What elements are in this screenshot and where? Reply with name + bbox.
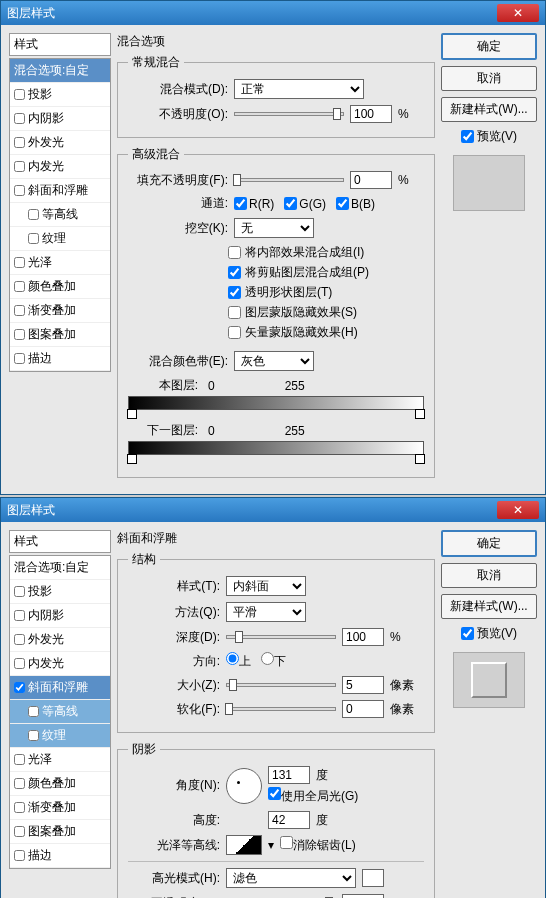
sidebar-item-blend-options[interactable]: 混合选项:自定: [10, 59, 110, 83]
gloss-contour[interactable]: [226, 835, 262, 855]
sidebar-item-contour[interactable]: 等高线: [10, 700, 110, 724]
close-icon[interactable]: ✕: [497, 501, 539, 519]
checkbox[interactable]: [14, 113, 25, 124]
sidebar-item-pattern-overlay[interactable]: 图案叠加: [10, 820, 110, 844]
highlight-opacity-input[interactable]: [342, 894, 384, 898]
sidebar-item-drop-shadow[interactable]: 投影: [10, 580, 110, 604]
checkbox[interactable]: [28, 209, 39, 220]
sidebar-item-outer-glow[interactable]: 外发光: [10, 131, 110, 155]
sidebar-item-outer-glow[interactable]: 外发光: [10, 628, 110, 652]
sidebar-item-pattern-overlay[interactable]: 图案叠加: [10, 323, 110, 347]
checkbox[interactable]: [14, 586, 25, 597]
checkbox[interactable]: [14, 161, 25, 172]
sidebar-item-inner-glow[interactable]: 内发光: [10, 652, 110, 676]
knockout-select[interactable]: 无: [234, 218, 314, 238]
check-layer-mask[interactable]: 图层蒙版隐藏效果(S): [228, 304, 424, 321]
sidebar-item-stroke[interactable]: 描边: [10, 844, 110, 868]
preview-checkbox[interactable]: 预览(V): [441, 625, 537, 642]
sidebar-item-color-overlay[interactable]: 颜色叠加: [10, 772, 110, 796]
checkbox[interactable]: [14, 185, 25, 196]
fill-input[interactable]: [350, 171, 392, 189]
sidebar-item-inner-shadow[interactable]: 内阴影: [10, 107, 110, 131]
checkbox[interactable]: [14, 89, 25, 100]
ok-button[interactable]: 确定: [441, 33, 537, 60]
channel-g[interactable]: G(G): [284, 197, 326, 211]
depth-label: 深度(D):: [128, 629, 220, 646]
check-vector-mask[interactable]: 矢量蒙版隐藏效果(H): [228, 324, 424, 341]
new-style-button[interactable]: 新建样式(W)...: [441, 594, 537, 619]
fill-slider[interactable]: [234, 178, 344, 182]
preview-checkbox[interactable]: 预览(V): [441, 128, 537, 145]
checkbox[interactable]: [14, 778, 25, 789]
checkbox[interactable]: [14, 802, 25, 813]
cancel-button[interactable]: 取消: [441, 563, 537, 588]
opacity-slider[interactable]: [234, 112, 344, 116]
highlight-mode-select[interactable]: 滤色: [226, 868, 356, 888]
chevron-down-icon[interactable]: ▾: [268, 838, 274, 852]
channel-r[interactable]: R(R): [234, 197, 274, 211]
titlebar[interactable]: 图层样式 ✕: [1, 498, 545, 522]
sidebar-item-stroke[interactable]: 描边: [10, 347, 110, 371]
checkbox[interactable]: [14, 137, 25, 148]
altitude-input[interactable]: [268, 811, 310, 829]
sidebar-item-gradient-overlay[interactable]: 渐变叠加: [10, 299, 110, 323]
checkbox[interactable]: [28, 706, 39, 717]
soften-slider[interactable]: [226, 707, 336, 711]
checkbox[interactable]: [14, 658, 25, 669]
size-input[interactable]: [342, 676, 384, 694]
opacity-input[interactable]: [350, 105, 392, 123]
checkbox[interactable]: [14, 329, 25, 340]
sidebar-item-blend-options[interactable]: 混合选项:自定: [10, 556, 110, 580]
sidebar-item-bevel[interactable]: 斜面和浮雕: [10, 179, 110, 203]
angle-wheel[interactable]: [226, 768, 262, 804]
check-inner-effects[interactable]: 将内部效果混合成组(I): [228, 244, 424, 261]
sidebar-item-drop-shadow[interactable]: 投影: [10, 83, 110, 107]
direction-down[interactable]: 下: [261, 652, 286, 670]
checkbox[interactable]: [14, 610, 25, 621]
ok-button[interactable]: 确定: [441, 530, 537, 557]
under-layer-gradient[interactable]: [128, 441, 424, 455]
titlebar[interactable]: 图层样式 ✕: [1, 1, 545, 25]
highlight-color[interactable]: [362, 869, 384, 887]
channel-b[interactable]: B(B): [336, 197, 375, 211]
checkbox[interactable]: [14, 826, 25, 837]
checkbox[interactable]: [14, 353, 25, 364]
checkbox[interactable]: [14, 682, 25, 693]
sidebar-item-gradient-overlay[interactable]: 渐变叠加: [10, 796, 110, 820]
blend-mode-select[interactable]: 正常: [234, 79, 364, 99]
depth-input[interactable]: [342, 628, 384, 646]
antialias-checkbox[interactable]: 消除锯齿(L): [280, 836, 356, 854]
sidebar-item-satin[interactable]: 光泽: [10, 251, 110, 275]
technique-select[interactable]: 平滑: [226, 602, 306, 622]
sidebar-item-satin[interactable]: 光泽: [10, 748, 110, 772]
bevel-style-select[interactable]: 内斜面: [226, 576, 306, 596]
checkbox[interactable]: [14, 754, 25, 765]
checkbox[interactable]: [14, 257, 25, 268]
checkbox[interactable]: [14, 305, 25, 316]
checkbox[interactable]: [28, 233, 39, 244]
checkbox[interactable]: [14, 850, 25, 861]
sidebar-item-color-overlay[interactable]: 颜色叠加: [10, 275, 110, 299]
this-layer-gradient[interactable]: [128, 396, 424, 410]
soften-input[interactable]: [342, 700, 384, 718]
checkbox[interactable]: [14, 281, 25, 292]
blendif-select[interactable]: 灰色: [234, 351, 314, 371]
global-light-checkbox[interactable]: 使用全局光(G): [268, 789, 358, 803]
sidebar-item-texture[interactable]: 纹理: [10, 227, 110, 251]
close-icon[interactable]: ✕: [497, 4, 539, 22]
size-slider[interactable]: [226, 683, 336, 687]
checkbox[interactable]: [28, 730, 39, 741]
new-style-button[interactable]: 新建样式(W)...: [441, 97, 537, 122]
direction-up[interactable]: 上: [226, 652, 251, 670]
check-clip-layers[interactable]: 将剪贴图层混合成组(P): [228, 264, 424, 281]
checkbox[interactable]: [14, 634, 25, 645]
depth-slider[interactable]: [226, 635, 336, 639]
cancel-button[interactable]: 取消: [441, 66, 537, 91]
sidebar-item-inner-glow[interactable]: 内发光: [10, 155, 110, 179]
sidebar-item-texture[interactable]: 纹理: [10, 724, 110, 748]
sidebar-item-inner-shadow[interactable]: 内阴影: [10, 604, 110, 628]
angle-input[interactable]: [268, 766, 310, 784]
sidebar-item-bevel[interactable]: 斜面和浮雕: [10, 676, 110, 700]
check-transparency[interactable]: 透明形状图层(T): [228, 284, 424, 301]
sidebar-item-contour[interactable]: 等高线: [10, 203, 110, 227]
